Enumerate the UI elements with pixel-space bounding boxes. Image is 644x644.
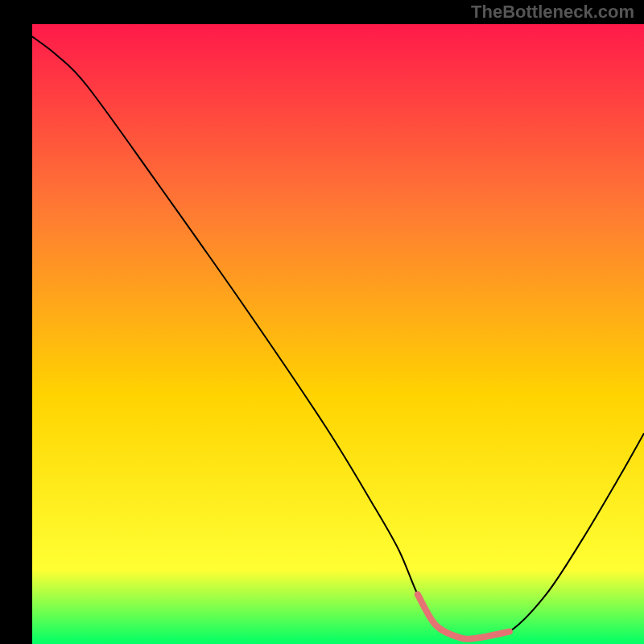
chart-svg: [0, 0, 644, 644]
chart-canvas: TheBottleneck.com: [0, 0, 644, 644]
watermark-text: TheBottleneck.com: [471, 2, 634, 23]
plot-background: [32, 24, 644, 644]
